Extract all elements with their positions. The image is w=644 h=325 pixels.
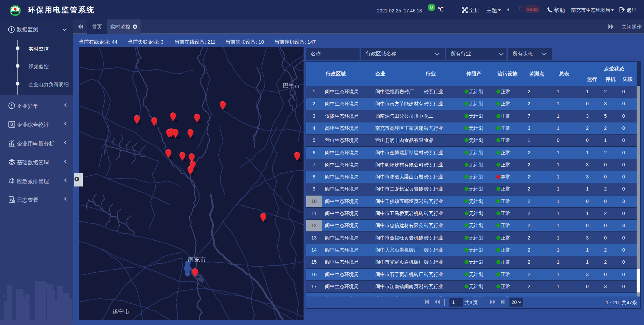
svg-text:巴中市: 巴中市 [283,83,300,89]
svg-text:遂宁市: 遂宁市 [112,309,129,315]
svg-text:南充市: 南充市 [188,256,206,263]
